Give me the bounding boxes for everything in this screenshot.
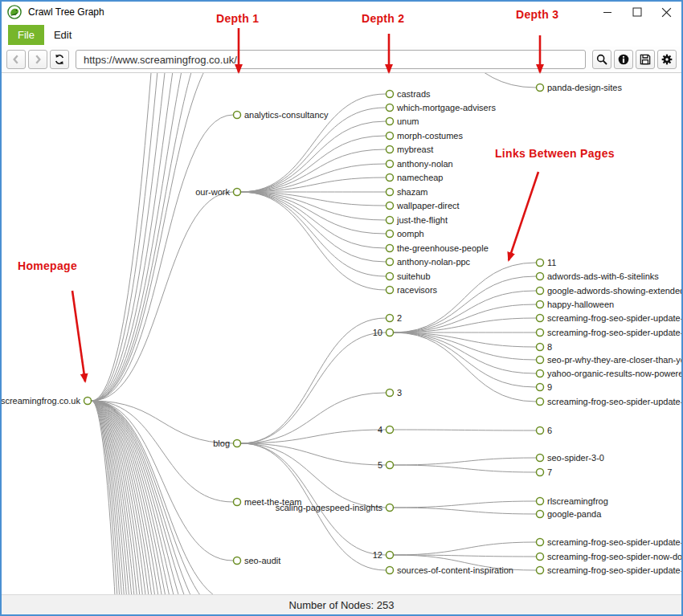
menu-file[interactable]: File — [8, 25, 44, 45]
tree-node[interactable] — [537, 539, 544, 546]
forward-button[interactable] — [28, 50, 47, 69]
tree-node-label: racevisors — [397, 285, 438, 295]
tree-node[interactable] — [386, 315, 394, 322]
tree-node[interactable] — [386, 202, 394, 210]
tree-node[interactable] — [537, 329, 544, 337]
save-button[interactable] — [636, 50, 655, 69]
tree-node[interactable] — [386, 552, 394, 559]
tree-edge — [241, 192, 386, 262]
tree-edge — [394, 501, 536, 508]
tree-node[interactable] — [386, 273, 394, 280]
tree-node-label: screaming-frog-seo-spider-update-ver — [547, 313, 681, 323]
crawl-tree-graph-svg[interactable]: .screamingfrog.co.ukanalytics-consultanc… — [2, 73, 681, 594]
tree-node[interactable] — [537, 259, 544, 267]
info-button[interactable] — [614, 50, 633, 69]
tree-edge — [394, 458, 536, 465]
tree-node-label: analytics-consultancy — [244, 110, 329, 120]
tree-edge — [241, 136, 386, 192]
close-button[interactable] — [652, 2, 681, 22]
tree-node[interactable] — [537, 427, 544, 434]
tree-edge — [241, 192, 386, 234]
tree-node-label: 8 — [547, 342, 552, 352]
tree-node-label: screaming-frog-seo-spider-now-does-p — [547, 552, 681, 561]
tree-node[interactable] — [537, 511, 544, 518]
tree-node[interactable] — [386, 104, 394, 112]
tree-node[interactable] — [537, 469, 544, 476]
tree-node-label: shazam — [397, 187, 428, 197]
tree-node-label: seo-spider-3-0 — [547, 453, 604, 463]
tree-node[interactable] — [386, 174, 394, 182]
tree-node[interactable] — [386, 259, 394, 266]
save-icon — [639, 53, 652, 66]
tree-node[interactable] — [234, 557, 241, 565]
minimize-icon — [603, 7, 612, 17]
tree-node[interactable] — [386, 390, 394, 397]
tree-node[interactable] — [537, 301, 544, 308]
crawl-tree-canvas[interactable]: .screamingfrog.co.ukanalytics-consultanc… — [2, 73, 681, 594]
tree-node[interactable] — [386, 329, 394, 337]
tree-node[interactable] — [537, 315, 544, 322]
tree-node[interactable] — [537, 344, 544, 351]
tree-node[interactable] — [537, 455, 544, 462]
tree-node[interactable] — [234, 112, 241, 119]
tree-node[interactable] — [537, 384, 544, 391]
tree-node[interactable] — [386, 426, 394, 434]
tree-node-label: screaming-frog-seo-spider-update-ver — [547, 328, 681, 337]
tree-edge — [394, 332, 536, 387]
refresh-button[interactable] — [50, 50, 69, 69]
tree-node[interactable] — [537, 357, 544, 364]
tree-edge — [241, 121, 386, 192]
tree-node[interactable] — [386, 567, 394, 574]
tree-edge — [92, 115, 233, 401]
tree-node[interactable] — [84, 398, 92, 405]
tree-node[interactable] — [386, 504, 394, 512]
tree-node-label: 10 — [373, 328, 382, 337]
tree-node[interactable] — [234, 499, 241, 506]
tree-node[interactable] — [386, 230, 394, 238]
back-button[interactable] — [6, 50, 26, 69]
tree-node[interactable] — [386, 189, 394, 196]
tree-node-label: mybreast — [397, 145, 433, 154]
maximize-button[interactable] — [622, 2, 652, 22]
settings-button[interactable] — [657, 50, 677, 69]
chevron-left-icon — [10, 54, 22, 65]
tree-node-label: blog — [213, 439, 230, 448]
tree-node[interactable] — [234, 440, 241, 447]
minimize-button[interactable] — [592, 2, 622, 22]
screaming-frog-logo-icon — [7, 5, 22, 19]
menu-edit[interactable]: Edit — [44, 25, 81, 45]
search-icon — [595, 53, 608, 66]
tree-node[interactable] — [537, 567, 544, 574]
tree-node-label: 2 — [397, 313, 402, 323]
tree-node[interactable] — [386, 91, 394, 98]
search-button[interactable] — [592, 50, 611, 69]
tree-node[interactable] — [386, 161, 394, 168]
tree-node[interactable] — [537, 370, 544, 377]
tree-node[interactable] — [537, 84, 544, 92]
tree-node[interactable] — [537, 288, 544, 295]
tree-node[interactable] — [386, 118, 394, 125]
tree-node[interactable] — [537, 398, 544, 406]
tree-node-label: 5 — [378, 460, 382, 470]
tree-node[interactable] — [386, 245, 394, 252]
title-bar[interactable]: Crawl Tree Graph — [2, 2, 681, 22]
tree-node[interactable] — [386, 217, 394, 224]
url-input[interactable] — [76, 50, 586, 69]
info-icon — [617, 53, 630, 66]
tree-node-label: our-work — [195, 187, 230, 197]
tree-node[interactable] — [386, 287, 394, 294]
tree-node[interactable] — [537, 273, 544, 280]
tree-node-label: namecheap — [397, 173, 444, 182]
tree-node[interactable] — [537, 498, 544, 505]
tree-edge — [241, 192, 386, 220]
tree-node-label: sources-of-content-inspiration — [397, 565, 513, 575]
tree-node[interactable] — [386, 133, 394, 140]
tree-node-label: scaling-pagespeed-insights — [276, 503, 383, 512]
tree-node[interactable] — [386, 146, 394, 153]
tree-edge — [241, 192, 386, 290]
tree-node[interactable] — [537, 553, 544, 561]
tree-edge — [394, 430, 536, 430]
tree-node-label: anthony-nolan — [397, 159, 453, 169]
tree-node[interactable] — [234, 189, 241, 196]
tree-node[interactable] — [386, 462, 394, 469]
